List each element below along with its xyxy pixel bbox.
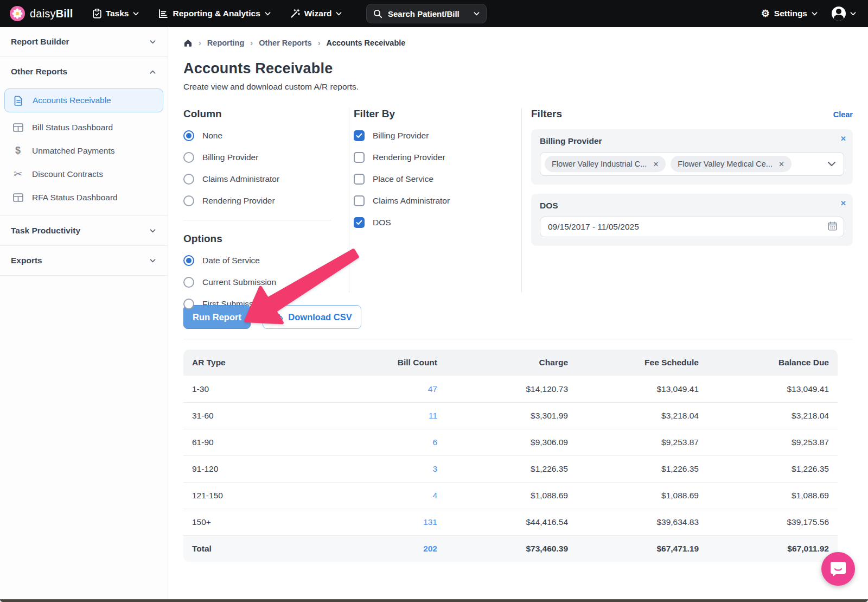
search-patient-bill[interactable]: Search Patient/Bill [366,4,487,23]
page-subtitle: Create view and download custom A/R repo… [183,82,853,92]
clear-filters-link[interactable]: Clear [833,110,853,119]
checkbox-label: DOS [373,218,391,227]
bill-count-link[interactable]: 4 [307,491,437,500]
radio-option-current-submission[interactable]: Current Submission [183,276,331,288]
table-row: 91-120 3 $1,226.35 $1,226.35 $1,226.35 [183,455,838,482]
radio-icon [183,174,194,185]
remove-filter-icon[interactable]: ✕ [840,135,846,143]
checkbox-filter-place-of-service[interactable]: Place of Service [354,173,505,185]
ar-type-cell: 121-150 [183,491,307,500]
radio-column-none[interactable]: None [183,130,331,142]
menu-reporting-analytics[interactable]: Reporting & Analytics [158,9,270,18]
col-header-balance-due: Balance Due [699,358,838,367]
chevron-up-icon [150,69,156,75]
charge-cell: $14,120.73 [437,384,568,394]
chat-bubble-icon [830,561,846,576]
options-heading: Options [183,233,331,245]
sidebar: Report Builder Other Reports Accounts Re… [0,27,168,602]
download-csv-button[interactable]: Download CSV [263,305,361,329]
chevron-down-icon[interactable] [827,159,836,169]
checkbox-filter-rendering-provider[interactable]: Rendering Provider [354,151,505,163]
gear-icon: ⚙ [761,9,770,18]
breadcrumb-other-reports[interactable]: Other Reports [259,39,312,47]
divider [0,275,168,276]
fee-schedule-cell: $3,218.04 [568,411,699,421]
menu-tasks[interactable]: Tasks [93,9,139,18]
run-report-button[interactable]: Run Report [183,305,251,329]
radio-column-billing-provider[interactable]: Billing Provider [183,151,331,163]
section-label: Report Builder [11,37,69,47]
sidebar-item-discount-contracts[interactable]: ✂ Discount Contracts [0,162,168,186]
bill-count-link[interactable]: 11 [307,411,437,421]
checkbox-filter-dos[interactable]: DOS [354,217,505,229]
radio-icon [183,152,194,163]
ar-type-cell: 61-90 [183,438,307,447]
search-icon [373,9,382,18]
filter-chip: Flower Valley Medical Ce... ✕ [671,156,792,172]
table-header-row: AR Type Bill Count Charge Fee Schedule B… [183,350,838,376]
brand-logo[interactable]: daisyBill [10,6,73,21]
bill-count-link[interactable]: 3 [307,464,437,474]
total-bill-count-link[interactable]: 202 [307,544,437,554]
radio-label: Date of Service [202,256,260,265]
dos-date-range-input[interactable]: 09/15/2017 - 11/05/2025 [540,217,844,237]
chevron-down-icon [812,11,818,17]
radio-selected-icon [183,255,194,266]
chevron-down-icon [150,39,156,45]
bill-count-link[interactable]: 6 [307,438,437,447]
charge-cell: $3,301.99 [437,411,568,421]
sidebar-section-task-productivity[interactable]: Task Productivity [0,216,168,245]
cloud-download-icon [272,313,283,322]
sidebar-item-rfa-status-dashboard[interactable]: RFA Status Dashboard [0,186,168,209]
sidebar-section-exports[interactable]: Exports [0,246,168,275]
checkbox-filter-claims-administrator[interactable]: Claims Administrator [354,195,505,207]
account-menu[interactable] [832,7,856,21]
sidebar-section-report-builder[interactable]: Report Builder [0,27,168,56]
checkbox-label: Place of Service [373,174,433,184]
main-content: › Reporting › Other Reports › Accounts R… [168,27,868,562]
divider [521,108,522,293]
radio-option-date-of-service[interactable]: Date of Service [183,255,331,267]
billing-provider-select[interactable]: Flower Valley Industrial C... ✕ Flower V… [540,152,844,176]
bill-count-link[interactable]: 47 [307,384,437,394]
home-icon[interactable] [183,39,193,47]
radio-label: Current Submission [202,277,276,287]
sidebar-item-bill-status-dashboard[interactable]: Bill Status Dashboard [0,116,168,139]
chevron-down-icon [474,11,480,17]
filter-by-section: Filter By Billing Provider Rendering Pro… [354,108,505,293]
checkbox-icon [354,152,365,163]
table-total-row: Total 202 $73,460.39 $67,471.19 $67,011.… [183,535,838,562]
chat-button[interactable] [821,552,855,586]
radio-icon [183,299,194,309]
ar-type-cell: 150+ [183,517,307,527]
divider [183,339,853,339]
settings-menu[interactable]: ⚙ Settings [761,9,818,18]
chevron-down-icon [150,258,156,264]
breadcrumb-reporting[interactable]: Reporting [207,39,244,47]
sidebar-item-label: Unmatched Payments [32,146,115,156]
window-bottom-edge [0,599,868,602]
calendar-icon[interactable] [828,221,837,233]
ar-type-cell: 91-120 [183,464,307,474]
dashboard-grid-icon [12,193,24,202]
remove-filter-icon[interactable]: ✕ [840,199,846,207]
bill-count-link[interactable]: 131 [307,517,437,527]
radio-column-claims-administrator[interactable]: Claims Administrator [183,173,331,185]
sidebar-item-accounts-receivable[interactable]: Accounts Receivable [4,88,163,112]
radio-icon [183,195,194,206]
remove-chip-icon[interactable]: ✕ [778,160,784,168]
billing-provider-filter-card: Billing Provider ✕ Flower Valley Industr… [531,129,853,185]
radio-column-rendering-provider[interactable]: Rendering Provider [183,195,331,207]
settings-label: Settings [774,9,807,18]
sidebar-item-unmatched-payments[interactable]: $ Unmatched Payments [0,139,168,162]
remove-chip-icon[interactable]: ✕ [653,160,659,168]
sidebar-section-other-reports[interactable]: Other Reports [0,57,168,86]
menu-tasks-label: Tasks [106,9,129,18]
user-avatar-icon [832,7,846,21]
checkbox-checked-icon [354,217,365,228]
chart-icon [158,9,168,18]
breadcrumb-separator: › [199,39,201,47]
checkbox-checked-icon [354,130,365,141]
checkbox-filter-billing-provider[interactable]: Billing Provider [354,130,505,142]
menu-wizard[interactable]: Wizard [290,9,342,18]
